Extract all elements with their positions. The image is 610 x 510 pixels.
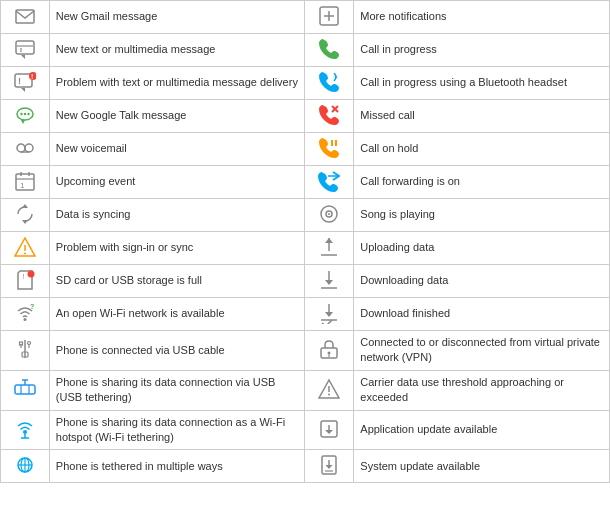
svg-rect-55 (19, 342, 22, 345)
table-row: New Google Talk message Missed call (1, 100, 610, 133)
left-text-cell-10: Phone is connected via USB cable (49, 331, 305, 371)
svg-text:?: ? (30, 303, 34, 310)
left-icon-cell-5: 1 (1, 166, 50, 199)
table-row: New text or multimedia message Call in p… (1, 34, 610, 67)
svg-marker-44 (325, 280, 333, 285)
right-icon-cell-6 (305, 199, 354, 232)
table-row: ! SD card or USB storage is full Downloa… (1, 265, 610, 298)
table-row: Phone is sharing its data connection via… (1, 370, 610, 410)
svg-marker-17 (21, 120, 25, 124)
left-text-cell-3: New Google Talk message (49, 100, 305, 133)
left-icon-cell-7 (1, 232, 50, 265)
table-row: Phone is tethered in multiple ways Syste… (1, 450, 610, 483)
svg-text:!: ! (31, 73, 33, 80)
right-icon-cell-12 (305, 410, 354, 450)
svg-point-56 (27, 342, 30, 345)
svg-point-21 (25, 144, 33, 152)
left-text-cell-2: Problem with text or multimedia message … (49, 67, 305, 100)
right-icon-cell-2 (305, 67, 354, 100)
svg-rect-0 (16, 10, 34, 23)
svg-marker-39 (325, 238, 333, 243)
svg-point-34 (328, 213, 330, 215)
table-row: ? An open Wi-Fi network is available Dow… (1, 298, 610, 331)
svg-point-46 (23, 318, 26, 321)
right-icon-cell-9 (305, 298, 354, 331)
right-icon-cell-0 (305, 1, 354, 34)
left-icon-cell-12 (1, 410, 50, 450)
svg-point-15 (24, 113, 26, 115)
svg-text:1: 1 (20, 181, 25, 190)
svg-point-16 (27, 113, 29, 115)
svg-text:!: ! (22, 273, 24, 280)
svg-marker-49 (325, 312, 333, 317)
right-icon-cell-13 (305, 450, 354, 483)
right-icon-cell-3 (305, 100, 354, 133)
right-text-cell-6: Song is playing (354, 199, 610, 232)
left-text-cell-11: Phone is sharing its data connection via… (49, 370, 305, 410)
svg-point-58 (328, 352, 331, 355)
svg-marker-30 (22, 204, 28, 208)
right-icon-cell-4 (305, 133, 354, 166)
left-text-cell-12: Phone is sharing its data connection as … (49, 410, 305, 450)
right-icon-cell-11 (305, 370, 354, 410)
svg-point-68 (23, 430, 27, 434)
notifications-table: New Gmail message More notifications New… (0, 0, 610, 483)
right-text-cell-3: Missed call (354, 100, 610, 133)
left-icon-cell-3 (1, 100, 50, 133)
svg-marker-10 (21, 88, 25, 92)
svg-rect-25 (16, 174, 34, 190)
table-row: 1 Upcoming event Call forwarding is on (1, 166, 610, 199)
right-text-cell-10: Connected to or disconnected from virtua… (354, 331, 610, 371)
svg-marker-80 (326, 465, 333, 469)
table-row: Phone is connected via USB cable Connect… (1, 331, 610, 371)
right-text-cell-0: More notifications (354, 1, 610, 34)
left-text-cell-13: Phone is tethered in multiple ways (49, 450, 305, 483)
svg-marker-73 (325, 430, 333, 434)
right-text-cell-7: Uploading data (354, 232, 610, 265)
table-row: New Gmail message More notifications (1, 1, 610, 34)
left-icon-cell-6 (1, 199, 50, 232)
left-icon-cell-10 (1, 331, 50, 371)
left-icon-cell-8: ! (1, 265, 50, 298)
svg-point-20 (17, 144, 25, 152)
left-text-cell-1: New text or multimedia message (49, 34, 305, 67)
right-text-cell-2: Call in progress using a Bluetooth heads… (354, 67, 610, 100)
left-text-cell-6: Data is syncing (49, 199, 305, 232)
right-text-cell-13: System update available (354, 450, 610, 483)
left-icon-cell-2: !! (1, 67, 50, 100)
right-icon-cell-1 (305, 34, 354, 67)
right-icon-cell-10 (305, 331, 354, 371)
svg-rect-4 (16, 41, 34, 54)
right-text-cell-11: Carrier data use threshold approaching o… (354, 370, 610, 410)
right-text-cell-1: Call in progress (354, 34, 610, 67)
svg-marker-7 (21, 55, 25, 59)
left-text-cell-4: New voicemail (49, 133, 305, 166)
svg-marker-31 (22, 220, 28, 224)
left-text-cell-0: New Gmail message (49, 1, 305, 34)
table-row: !! Problem with text or multimedia messa… (1, 67, 610, 100)
right-text-cell-9: Download finished (354, 298, 610, 331)
left-icon-cell-9: ? (1, 298, 50, 331)
svg-point-37 (24, 253, 26, 255)
table-row: Data is syncing Song is playing (1, 199, 610, 232)
right-text-cell-5: Call forwarding is on (354, 166, 610, 199)
svg-point-67 (328, 394, 330, 396)
left-icon-cell-1 (1, 34, 50, 67)
right-text-cell-4: Call on hold (354, 133, 610, 166)
left-text-cell-9: An open Wi-Fi network is available (49, 298, 305, 331)
table-row: Problem with sign-in or sync Uploading d… (1, 232, 610, 265)
svg-text:!: ! (18, 76, 21, 86)
right-icon-cell-7 (305, 232, 354, 265)
right-icon-cell-5 (305, 166, 354, 199)
right-text-cell-8: Downloading data (354, 265, 610, 298)
table-row: New voicemail Call on hold (1, 133, 610, 166)
svg-point-14 (20, 113, 22, 115)
left-icon-cell-0 (1, 1, 50, 34)
table-row: Phone is sharing its data connection as … (1, 410, 610, 450)
right-icon-cell-8 (305, 265, 354, 298)
svg-point-42 (27, 271, 34, 278)
left-icon-cell-13 (1, 450, 50, 483)
left-icon-cell-4 (1, 133, 50, 166)
left-icon-cell-11 (1, 370, 50, 410)
left-text-cell-7: Problem with sign-in or sync (49, 232, 305, 265)
